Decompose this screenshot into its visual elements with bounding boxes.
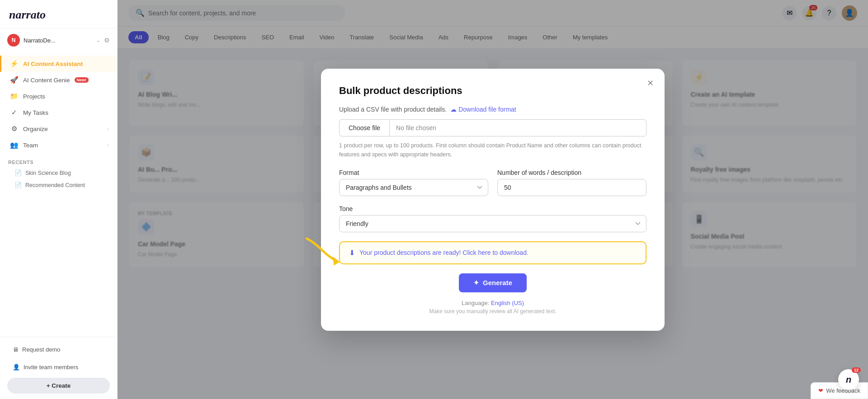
user-name: NarratoDe... (24, 37, 93, 44)
file-hint: 1 product per row, up to 100 products. F… (339, 141, 646, 159)
sidebar-item-skin-science-blog[interactable]: 📄 Skin Science Blog (0, 167, 117, 179)
generate-icon: ✦ (473, 279, 479, 287)
new-badge: New! (75, 77, 89, 83)
modal-title: Bulk product descriptions (339, 85, 646, 97)
subtitle-text: Upload a CSV file with product details. (339, 106, 447, 113)
folder-icon: 📁 (9, 92, 19, 100)
sidebar-item-my-tasks[interactable]: ✓ My Tasks (0, 104, 117, 121)
gear-icon[interactable]: ⚙ (104, 37, 110, 44)
invite-team-button[interactable]: 👤 Invite team members (7, 360, 110, 374)
app-logo: narrato (9, 8, 108, 22)
cloud-upload-icon: ☁ (450, 106, 457, 113)
format-words-row: Format Paragraphs and Bullets Paragraphs… (339, 169, 646, 196)
monitor-icon: 🖥 (13, 346, 19, 353)
sub-label: Skin Science Blog (25, 170, 71, 176)
rocket-icon: 🚀 (9, 76, 19, 84)
download-format-link[interactable]: ☁ Download file format (450, 106, 516, 113)
recents-label: Recents (0, 153, 117, 167)
sidebar-item-recommended-content[interactable]: 📄 Recommended Content (0, 179, 117, 191)
lightning-icon: ⚡ (9, 60, 19, 68)
nav-label: Team (23, 142, 38, 149)
main-content: 🔍 ✉ 🔔 25 ? 👤 All Blog Copy Descriptions … (118, 0, 868, 399)
logo-area: narrato (0, 0, 117, 28)
nav-label: My Tasks (23, 109, 48, 116)
words-group: Number of words / description (497, 169, 646, 196)
chevron-right-icon: › (107, 142, 109, 148)
words-label: Number of words / description (497, 169, 646, 176)
chevron-right-icon: › (107, 126, 109, 131)
sidebar-nav: ⚡ AI Content Assistant 🚀 AI Content Geni… (0, 52, 117, 337)
download-icon: ⬇ (349, 249, 355, 257)
nav-label: AI Content Genie (23, 77, 70, 84)
nav-label: AI Content Assistant (23, 61, 83, 67)
language-link[interactable]: English (US) (491, 300, 524, 306)
choose-file-button[interactable]: Choose file (339, 119, 389, 136)
generate-button[interactable]: ✦ Generate (459, 273, 527, 292)
person-add-icon: 👤 (13, 364, 20, 371)
generate-row: ✦ Generate (339, 273, 646, 292)
disclaimer-text: Make sure you manually review all AI gen… (339, 308, 646, 315)
narrato-badge[interactable]: n 12 (838, 369, 859, 390)
sub-label: Recommended Content (25, 182, 85, 188)
modal-subtitle: Upload a CSV file with product details. … (339, 106, 646, 113)
narrato-letter: n (846, 375, 851, 385)
doc-icon: 📄 (14, 169, 22, 176)
download-ready-text: Your product descriptions are ready! Cli… (359, 249, 528, 256)
sidebar: narrato N NarratoDe... ⌄ ⚙ ⚡ AI Content … (0, 0, 118, 399)
nav-label: Projects (23, 93, 45, 100)
sidebar-item-projects[interactable]: 📁 Projects (0, 88, 117, 104)
tone-row: Tone Friendly Professional Casual Formal (339, 205, 646, 232)
format-select[interactable]: Paragraphs and Bullets Paragraphs only B… (339, 179, 488, 196)
bulk-product-modal: ✕ Bulk product descriptions Upload a CSV… (321, 69, 665, 331)
format-group: Format Paragraphs and Bullets Paragraphs… (339, 169, 488, 196)
sidebar-bottom: 🖥 Request demo 👤 Invite team members + C… (0, 337, 117, 399)
tone-select[interactable]: Friendly Professional Casual Formal (339, 215, 646, 232)
modal-footer: Language: English (US) Make sure you man… (339, 300, 646, 315)
language-row: Language: English (US) (339, 300, 646, 306)
sidebar-item-ai-content-assistant[interactable]: ⚡ AI Content Assistant (0, 56, 117, 72)
doc-icon: 📄 (14, 182, 22, 188)
sidebar-item-organize[interactable]: ⚙ Organize › (0, 121, 117, 137)
user-menu[interactable]: N NarratoDe... ⌄ ⚙ (0, 28, 117, 52)
tone-label: Tone (339, 205, 646, 212)
download-section: ⬇ Your product descriptions are ready! C… (339, 241, 646, 264)
check-icon: ✓ (9, 108, 19, 117)
file-name-display: No file chosen (389, 119, 646, 136)
arrow-decoration (303, 234, 348, 272)
nav-label: Organize (23, 126, 48, 132)
team-icon: 👥 (9, 141, 19, 149)
svg-marker-0 (333, 257, 340, 266)
modal-close-button[interactable]: ✕ (644, 77, 656, 89)
request-demo-button[interactable]: 🖥 Request demo (7, 343, 110, 357)
narrato-count: 12 (852, 367, 861, 373)
modal-overlay[interactable]: ✕ Bulk product descriptions Upload a CSV… (118, 0, 868, 399)
avatar: N (7, 34, 20, 47)
download-ready-banner[interactable]: ⬇ Your product descriptions are ready! C… (339, 241, 646, 264)
format-label: Format (339, 169, 488, 176)
sidebar-item-team[interactable]: 👥 Team › (0, 137, 117, 153)
heart-icon: ❤ (818, 387, 823, 394)
file-upload-row: Choose file No file chosen (339, 119, 646, 136)
create-button[interactable]: + Create (7, 378, 110, 394)
words-input[interactable] (497, 179, 646, 196)
sidebar-item-ai-content-genie[interactable]: 🚀 AI Content Genie New! (0, 72, 117, 88)
chevron-down-icon: ⌄ (96, 38, 100, 43)
organize-icon: ⚙ (9, 125, 19, 133)
